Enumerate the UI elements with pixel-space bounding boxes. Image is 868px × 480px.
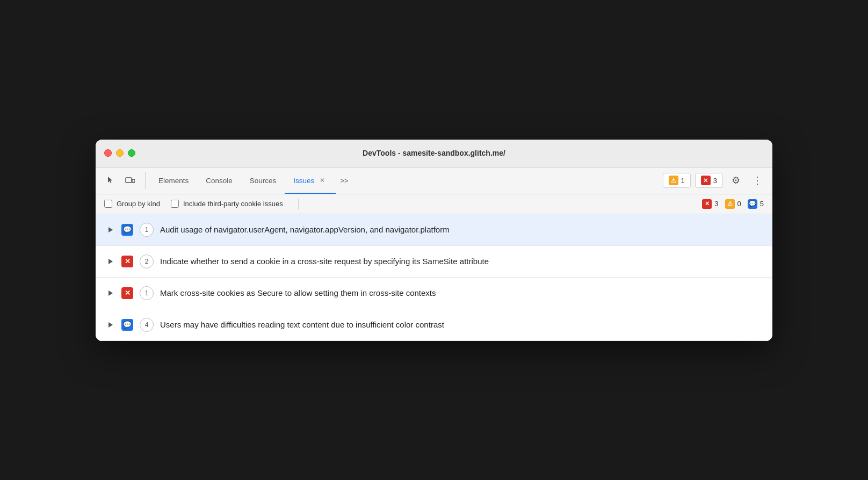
issue-text-3: Mark cross-site cookies as Secure to all…: [160, 287, 436, 299]
warning-icon: ⚠: [669, 176, 678, 185]
error-count-item: ✕ 3: [702, 199, 718, 209]
filter-divider: [298, 199, 299, 209]
device-toggle-icon[interactable]: [121, 172, 139, 189]
issue-count-2: 2: [140, 254, 154, 268]
issue-icon-red-3: ✕: [121, 287, 133, 299]
expand-icon-1[interactable]: [106, 226, 115, 234]
filter-counts: ✕ 3 ⚠ 0 💬 5: [702, 199, 764, 209]
info-count-item: 💬 5: [748, 199, 764, 209]
tab-issues-close[interactable]: ✕: [317, 176, 327, 185]
issue-count-1: 1: [140, 223, 154, 237]
window-title: DevTools - samesite-sandbox.glitch.me/: [363, 149, 505, 157]
expand-icon-2[interactable]: [106, 257, 115, 266]
info-count-badge: 💬: [748, 199, 757, 209]
toolbar-right: ⚠ 1 ✕ 3 ⚙ ⋮: [663, 172, 766, 189]
traffic-lights: [104, 149, 135, 157]
error-badge-button[interactable]: ✕ 3: [695, 173, 723, 188]
devtools-window: DevTools - samesite-sandbox.glitch.me/ E…: [96, 140, 772, 341]
issue-row-1[interactable]: 💬 1 Audit usage of navigator.userAgent, …: [96, 214, 772, 246]
cursor-icon[interactable]: [102, 172, 119, 189]
error-icon: ✕: [701, 176, 711, 185]
settings-button[interactable]: ⚙: [727, 172, 744, 189]
issue-count-4: 4: [140, 318, 154, 332]
tab-console[interactable]: Console: [197, 168, 241, 194]
tabs-container: Elements Console Sources Issues ✕ >>: [150, 168, 663, 194]
issue-icon-red-2: ✕: [121, 256, 133, 267]
filter-bar: Group by kind Include third-party cookie…: [96, 194, 772, 214]
group-by-kind-label[interactable]: Group by kind: [104, 200, 160, 208]
third-party-checkbox[interactable]: [171, 200, 179, 208]
warning-badge-button[interactable]: ⚠ 1: [663, 173, 691, 188]
issue-icon-blue-4: 💬: [121, 319, 133, 331]
toolbar: Elements Console Sources Issues ✕ >> ⚠ 1…: [96, 168, 772, 194]
warning-count-item: ⚠ 0: [725, 199, 741, 209]
tab-sources[interactable]: Sources: [241, 168, 285, 194]
issue-row-4[interactable]: 💬 4 Users may have difficulties reading …: [96, 309, 772, 341]
issue-icon-blue-1: 💬: [121, 224, 133, 236]
warning-count-badge: ⚠: [725, 199, 735, 209]
issue-row-2[interactable]: ✕ 2 Indicate whether to send a cookie in…: [96, 246, 772, 278]
issue-text-4: Users may have difficulties reading text…: [160, 319, 444, 330]
expand-icon-3[interactable]: [106, 289, 115, 297]
issue-count-3: 1: [140, 286, 154, 300]
issue-row-3[interactable]: ✕ 1 Mark cross-site cookies as Secure to…: [96, 278, 772, 309]
tab-issues[interactable]: Issues ✕: [285, 168, 336, 194]
toolbar-icons: [102, 172, 146, 189]
titlebar: DevTools - samesite-sandbox.glitch.me/: [96, 140, 772, 168]
close-button[interactable]: [104, 149, 112, 157]
error-count-badge: ✕: [702, 199, 712, 209]
issues-list: 💬 1 Audit usage of navigator.userAgent, …: [96, 214, 772, 341]
issue-text-2: Indicate whether to send a cookie in a c…: [160, 256, 489, 267]
minimize-button[interactable]: [116, 149, 124, 157]
svg-rect-0: [126, 178, 132, 183]
more-tabs-button[interactable]: >>: [336, 168, 352, 194]
expand-icon-4[interactable]: [106, 321, 115, 329]
tab-elements[interactable]: Elements: [150, 168, 197, 194]
maximize-button[interactable]: [128, 149, 135, 157]
issue-text-1: Audit usage of navigator.userAgent, navi…: [160, 224, 450, 235]
third-party-label[interactable]: Include third-party cookie issues: [171, 200, 283, 208]
group-by-kind-checkbox[interactable]: [104, 200, 112, 208]
svg-rect-1: [132, 179, 135, 183]
more-options-button[interactable]: ⋮: [749, 172, 766, 189]
